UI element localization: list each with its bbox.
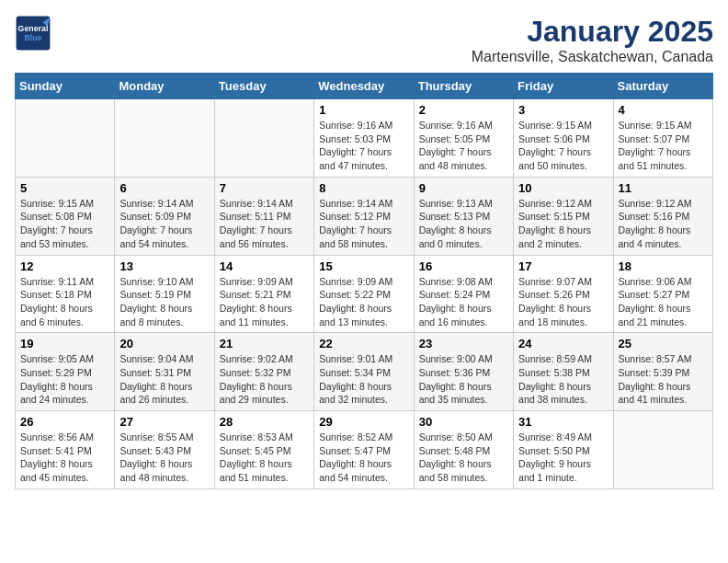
day-info: Sunrise: 9:09 AM Sunset: 5:21 PM Dayligh…: [220, 275, 309, 329]
logo-icon: General Blue: [15, 15, 51, 52]
day-info: Sunrise: 9:15 AM Sunset: 5:07 PM Dayligh…: [619, 119, 708, 173]
calendar-cell: [16, 99, 115, 178]
day-number: 21: [220, 337, 309, 350]
calendar-cell: 9Sunrise: 9:13 AM Sunset: 5:13 PM Daylig…: [414, 177, 513, 255]
day-number: 17: [518, 259, 608, 273]
svg-text:Blue: Blue: [24, 33, 41, 42]
weekday-header-monday: Monday: [115, 74, 214, 99]
day-number: 29: [319, 415, 408, 429]
day-info: Sunrise: 9:09 AM Sunset: 5:22 PM Dayligh…: [319, 275, 408, 329]
title-area: January 2025 Martensville, Saskatchewan,…: [472, 15, 713, 65]
day-info: Sunrise: 9:11 AM Sunset: 5:18 PM Dayligh…: [20, 275, 109, 329]
calendar-cell: 26Sunrise: 8:56 AM Sunset: 5:41 PM Dayli…: [16, 411, 115, 489]
day-info: Sunrise: 9:05 AM Sunset: 5:29 PM Dayligh…: [20, 352, 109, 407]
calendar-cell: 3Sunrise: 9:15 AM Sunset: 5:06 PM Daylig…: [514, 99, 613, 178]
calendar-cell: 29Sunrise: 8:52 AM Sunset: 5:47 PM Dayli…: [314, 411, 414, 489]
calendar-cell: 31Sunrise: 8:49 AM Sunset: 5:50 PM Dayli…: [514, 411, 613, 489]
day-info: Sunrise: 9:13 AM Sunset: 5:13 PM Dayligh…: [419, 197, 508, 251]
day-number: 23: [419, 337, 508, 350]
calendar-cell: 30Sunrise: 8:50 AM Sunset: 5:48 PM Dayli…: [414, 411, 513, 489]
calendar-cell: 19Sunrise: 9:05 AM Sunset: 5:29 PM Dayli…: [16, 333, 115, 411]
weekday-header-sunday: Sunday: [16, 74, 115, 99]
day-number: 10: [518, 181, 608, 195]
day-info: Sunrise: 9:07 AM Sunset: 5:26 PM Dayligh…: [518, 275, 608, 329]
day-info: Sunrise: 9:12 AM Sunset: 5:16 PM Dayligh…: [619, 197, 708, 251]
day-number: 4: [619, 103, 708, 117]
day-number: 18: [619, 259, 708, 273]
calendar-cell: 21Sunrise: 9:02 AM Sunset: 5:32 PM Dayli…: [214, 333, 313, 411]
main-title: January 2025: [472, 15, 713, 49]
calendar-week-4: 19Sunrise: 9:05 AM Sunset: 5:29 PM Dayli…: [16, 333, 713, 411]
calendar-table: SundayMondayTuesdayWednesdayThursdayFrid…: [15, 73, 713, 489]
day-number: 16: [419, 259, 508, 273]
day-info: Sunrise: 9:15 AM Sunset: 5:06 PM Dayligh…: [518, 119, 608, 173]
day-number: 9: [419, 181, 508, 195]
day-number: 25: [619, 337, 708, 350]
weekday-header-tuesday: Tuesday: [214, 74, 313, 99]
calendar-week-1: 1Sunrise: 9:16 AM Sunset: 5:03 PM Daylig…: [16, 99, 713, 178]
calendar-cell: 24Sunrise: 8:59 AM Sunset: 5:38 PM Dayli…: [514, 333, 613, 411]
calendar-cell: 14Sunrise: 9:09 AM Sunset: 5:21 PM Dayli…: [214, 255, 313, 333]
day-number: 13: [119, 259, 209, 273]
day-number: 12: [20, 259, 109, 273]
calendar-cell: 25Sunrise: 8:57 AM Sunset: 5:39 PM Dayli…: [613, 333, 712, 411]
day-number: 28: [220, 415, 309, 429]
calendar-cell: 22Sunrise: 9:01 AM Sunset: 5:34 PM Dayli…: [314, 333, 414, 411]
day-number: 31: [518, 415, 608, 429]
day-number: 30: [419, 415, 508, 429]
day-number: 8: [319, 181, 408, 195]
day-number: 6: [119, 181, 209, 195]
day-number: 27: [119, 415, 209, 429]
day-number: 3: [518, 103, 608, 117]
day-info: Sunrise: 9:14 AM Sunset: 5:11 PM Dayligh…: [220, 197, 309, 251]
day-number: 26: [20, 415, 109, 429]
page-header: General Blue January 2025 Martensville, …: [15, 15, 713, 65]
day-info: Sunrise: 9:14 AM Sunset: 5:09 PM Dayligh…: [119, 197, 209, 251]
day-number: 20: [119, 337, 209, 350]
calendar-cell: 10Sunrise: 9:12 AM Sunset: 5:15 PM Dayli…: [514, 177, 613, 255]
logo: General Blue: [15, 15, 51, 52]
day-number: 19: [20, 337, 109, 350]
day-info: Sunrise: 9:01 AM Sunset: 5:34 PM Dayligh…: [319, 352, 408, 407]
day-number: 2: [419, 103, 508, 117]
calendar-cell: [115, 99, 214, 178]
day-number: 7: [220, 181, 309, 195]
day-info: Sunrise: 9:08 AM Sunset: 5:24 PM Dayligh…: [419, 275, 508, 329]
weekday-header-saturday: Saturday: [613, 74, 712, 99]
day-number: 5: [20, 181, 109, 195]
calendar-cell: 23Sunrise: 9:00 AM Sunset: 5:36 PM Dayli…: [414, 333, 513, 411]
calendar-cell: 8Sunrise: 9:14 AM Sunset: 5:12 PM Daylig…: [314, 177, 414, 255]
calendar-cell: 16Sunrise: 9:08 AM Sunset: 5:24 PM Dayli…: [414, 255, 513, 333]
calendar-cell: 28Sunrise: 8:53 AM Sunset: 5:45 PM Dayli…: [214, 411, 313, 489]
weekday-header-thursday: Thursday: [414, 74, 513, 99]
calendar-cell: 1Sunrise: 9:16 AM Sunset: 5:03 PM Daylig…: [314, 99, 414, 178]
day-info: Sunrise: 8:52 AM Sunset: 5:47 PM Dayligh…: [319, 431, 408, 485]
day-number: 24: [518, 337, 608, 350]
day-info: Sunrise: 9:02 AM Sunset: 5:32 PM Dayligh…: [220, 352, 309, 407]
day-info: Sunrise: 9:06 AM Sunset: 5:27 PM Dayligh…: [619, 275, 708, 329]
calendar-cell: 6Sunrise: 9:14 AM Sunset: 5:09 PM Daylig…: [115, 177, 214, 255]
day-info: Sunrise: 8:57 AM Sunset: 5:39 PM Dayligh…: [619, 352, 708, 407]
day-number: 22: [319, 337, 408, 350]
day-info: Sunrise: 8:53 AM Sunset: 5:45 PM Dayligh…: [220, 431, 309, 485]
weekday-header-wednesday: Wednesday: [314, 74, 414, 99]
day-info: Sunrise: 9:00 AM Sunset: 5:36 PM Dayligh…: [419, 352, 508, 407]
calendar-week-2: 5Sunrise: 9:15 AM Sunset: 5:08 PM Daylig…: [16, 177, 713, 255]
weekday-header-row: SundayMondayTuesdayWednesdayThursdayFrid…: [16, 74, 713, 99]
weekday-header-friday: Friday: [514, 74, 613, 99]
calendar-cell: 18Sunrise: 9:06 AM Sunset: 5:27 PM Dayli…: [613, 255, 712, 333]
day-info: Sunrise: 8:59 AM Sunset: 5:38 PM Dayligh…: [518, 352, 608, 407]
day-info: Sunrise: 9:16 AM Sunset: 5:05 PM Dayligh…: [419, 119, 508, 173]
day-number: 14: [220, 259, 309, 273]
calendar-cell: 2Sunrise: 9:16 AM Sunset: 5:05 PM Daylig…: [414, 99, 513, 178]
day-info: Sunrise: 8:50 AM Sunset: 5:48 PM Dayligh…: [419, 431, 508, 485]
day-info: Sunrise: 8:49 AM Sunset: 5:50 PM Dayligh…: [518, 431, 608, 485]
calendar-cell: 11Sunrise: 9:12 AM Sunset: 5:16 PM Dayli…: [613, 177, 712, 255]
day-info: Sunrise: 8:56 AM Sunset: 5:41 PM Dayligh…: [20, 431, 109, 485]
calendar-week-3: 12Sunrise: 9:11 AM Sunset: 5:18 PM Dayli…: [16, 255, 713, 333]
calendar-cell: 17Sunrise: 9:07 AM Sunset: 5:26 PM Dayli…: [514, 255, 613, 333]
calendar-cell: 5Sunrise: 9:15 AM Sunset: 5:08 PM Daylig…: [16, 177, 115, 255]
day-number: 15: [319, 259, 408, 273]
calendar-cell: 7Sunrise: 9:14 AM Sunset: 5:11 PM Daylig…: [214, 177, 313, 255]
day-info: Sunrise: 9:04 AM Sunset: 5:31 PM Dayligh…: [119, 352, 209, 407]
